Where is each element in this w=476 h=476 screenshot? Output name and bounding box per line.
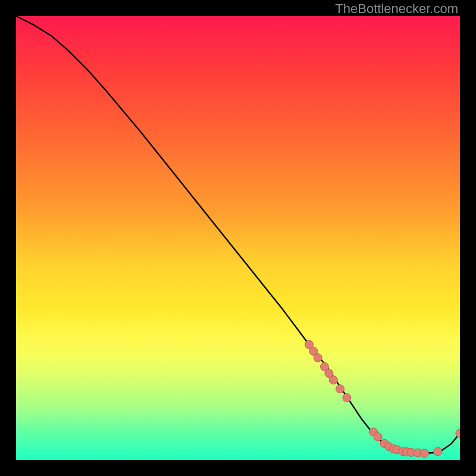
- curve-marker: [314, 353, 322, 362]
- curve-marker: [420, 449, 428, 458]
- curve-markers: [305, 340, 460, 458]
- curve-marker: [336, 385, 345, 393]
- bottleneck-curve: [16, 16, 460, 453]
- curve-marker: [374, 433, 382, 441]
- curve-marker: [343, 394, 351, 402]
- chart-overlay: [16, 16, 460, 460]
- curve-marker: [329, 376, 337, 384]
- attribution-text: TheBottlenecker.com: [335, 1, 458, 17]
- curve-marker: [434, 447, 442, 456]
- curve-marker: [456, 429, 460, 437]
- chart-frame: [16, 16, 460, 460]
